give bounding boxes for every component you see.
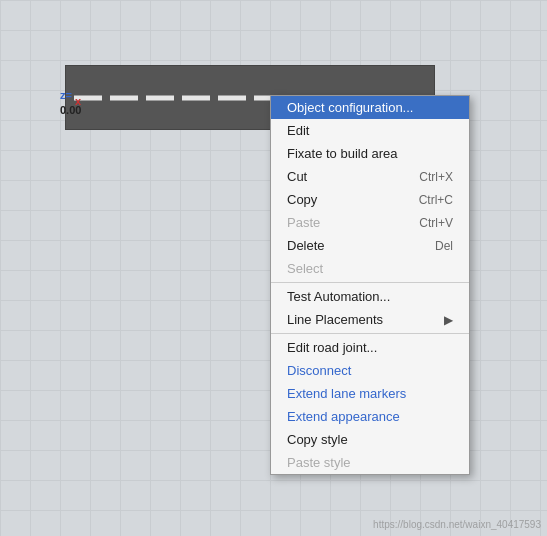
- menu-item-label-disconnect: Disconnect: [287, 363, 351, 378]
- road-dash: [146, 95, 174, 100]
- menu-item-fixate[interactable]: Fixate to build area: [271, 142, 469, 165]
- menu-item-edit-road-joint[interactable]: Edit road joint...: [271, 336, 469, 359]
- menu-item-copy[interactable]: CopyCtrl+C: [271, 188, 469, 211]
- menu-item-paste-style[interactable]: Paste style: [271, 451, 469, 474]
- menu-item-label-paste: Paste: [287, 215, 320, 230]
- menu-item-shortcut-copy: Ctrl+C: [419, 193, 453, 207]
- menu-item-extend-lane-markers[interactable]: Extend lane markers: [271, 382, 469, 405]
- menu-item-label-copy-style: Copy style: [287, 432, 348, 447]
- submenu-arrow-icon: ▶: [444, 313, 453, 327]
- menu-item-label-test-automation: Test Automation...: [287, 289, 390, 304]
- menu-item-label-object-configuration: Object configuration...: [287, 100, 413, 115]
- menu-item-label-extend-lane-markers: Extend lane markers: [287, 386, 406, 401]
- menu-item-cut[interactable]: CutCtrl+X: [271, 165, 469, 188]
- menu-item-select[interactable]: Select: [271, 257, 469, 280]
- menu-item-label-edit-road-joint: Edit road joint...: [287, 340, 377, 355]
- menu-item-shortcut-paste: Ctrl+V: [419, 216, 453, 230]
- menu-item-delete[interactable]: DeleteDel: [271, 234, 469, 257]
- axis-x-label: x: [75, 95, 81, 107]
- menu-item-label-cut: Cut: [287, 169, 307, 184]
- road-dash: [182, 95, 210, 100]
- menu-item-object-configuration[interactable]: Object configuration...: [271, 96, 469, 119]
- menu-item-line-placements[interactable]: Line Placements▶: [271, 308, 469, 331]
- menu-separator: [271, 282, 469, 283]
- menu-item-label-select: Select: [287, 261, 323, 276]
- menu-item-label-fixate: Fixate to build area: [287, 146, 398, 161]
- menu-item-copy-style[interactable]: Copy style: [271, 428, 469, 451]
- menu-item-shortcut-cut: Ctrl+X: [419, 170, 453, 184]
- road-dash: [110, 95, 138, 100]
- watermark: https://blog.csdn.net/waixn_40417593: [373, 519, 541, 530]
- menu-item-label-line-placements: Line Placements: [287, 312, 383, 327]
- road-dash: [218, 95, 246, 100]
- menu-item-extend-appearance[interactable]: Extend appearance: [271, 405, 469, 428]
- menu-item-shortcut-delete: Del: [435, 239, 453, 253]
- menu-item-edit[interactable]: Edit: [271, 119, 469, 142]
- menu-item-paste[interactable]: PasteCtrl+V: [271, 211, 469, 234]
- menu-item-label-paste-style: Paste style: [287, 455, 351, 470]
- menu-item-label-copy: Copy: [287, 192, 317, 207]
- menu-item-label-delete: Delete: [287, 238, 325, 253]
- menu-item-test-automation[interactable]: Test Automation...: [271, 285, 469, 308]
- menu-item-disconnect[interactable]: Disconnect: [271, 359, 469, 382]
- menu-separator: [271, 333, 469, 334]
- menu-item-label-edit: Edit: [287, 123, 309, 138]
- context-menu: Object configuration...EditFixate to bui…: [270, 95, 470, 475]
- menu-item-label-extend-appearance: Extend appearance: [287, 409, 400, 424]
